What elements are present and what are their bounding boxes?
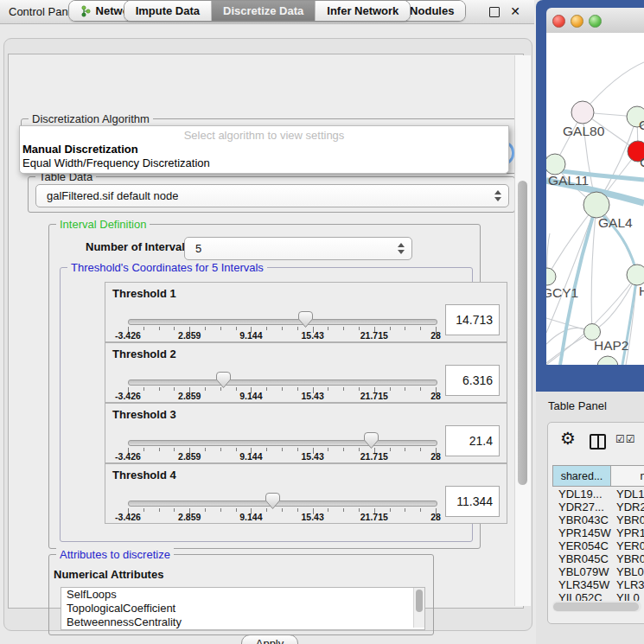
table-row[interactable]: YDL19...YDL1 xyxy=(552,488,644,501)
tick-mark xyxy=(266,448,267,451)
tab-label: Discretize Data xyxy=(223,4,303,17)
threshold-value-field[interactable]: 6.316 xyxy=(445,365,500,396)
split-columns-icon[interactable] xyxy=(590,434,606,450)
threshold-value-field[interactable]: 14.713 xyxy=(445,304,500,335)
tick-label: 28 xyxy=(430,512,441,522)
cell-name: YDL1 xyxy=(611,488,644,501)
slider-thumb[interactable] xyxy=(265,493,280,509)
tick-mark xyxy=(143,508,144,512)
numerical-attributes-list[interactable]: SelfLoopsTopologicalCoefficientBetweenne… xyxy=(61,587,425,630)
tick-label: 9.144 xyxy=(239,451,262,462)
cell-name: YPR1 xyxy=(611,526,644,539)
slider-thumb[interactable] xyxy=(216,372,231,388)
tick-mark xyxy=(343,508,344,512)
table-row[interactable]: YBR043CYBR0 xyxy=(552,513,644,526)
tick-mark xyxy=(420,387,421,391)
table-row[interactable]: YBR045CYBR0 xyxy=(552,552,644,565)
dropdown-option-manual-discretization[interactable]: Manual Discretization xyxy=(20,143,508,156)
node-gcy1[interactable] xyxy=(546,268,556,285)
cell-name: YBR0 xyxy=(611,552,644,565)
list-scrollbar[interactable] xyxy=(413,588,424,628)
tick-mark xyxy=(328,508,328,512)
slider-track[interactable] xyxy=(128,501,437,507)
select-columns-icon[interactable]: ☑☑ xyxy=(615,433,636,445)
apply-button[interactable]: Apply xyxy=(241,634,298,644)
zoom-traffic-light[interactable] xyxy=(589,15,602,28)
slider-thumb[interactable] xyxy=(298,311,313,328)
table-row[interactable]: YLR345WYLR3 xyxy=(552,578,644,591)
table-data-selected-value: galFiltered.sif default node xyxy=(36,189,178,202)
node-bottom-partial[interactable] xyxy=(597,356,618,365)
tick-mark xyxy=(236,327,237,330)
tick-mark xyxy=(282,327,283,330)
tick-mark xyxy=(390,448,391,451)
table-row[interactable]: YER054CYER0 xyxy=(552,539,644,552)
tick-mark xyxy=(174,448,175,451)
tick-mark xyxy=(405,327,405,330)
tick-mark xyxy=(174,508,175,512)
table-data-combobox[interactable]: galFiltered.sif default node xyxy=(35,184,509,207)
node-gal11[interactable] xyxy=(546,154,565,175)
combo-stepper-icon xyxy=(494,190,508,201)
tick-label: -3.426 xyxy=(115,391,141,401)
cell-name: YDR2 xyxy=(611,501,644,513)
table-row[interactable]: YDR27...YDR2 xyxy=(552,501,644,513)
tick-mark xyxy=(220,448,221,451)
tick-mark xyxy=(297,387,298,391)
tab-infer-network[interactable]: Infer Network xyxy=(315,1,410,21)
network-view-window: GAL80 G C GAL11 GAL4 GCY1 H HAP2 xyxy=(536,0,644,392)
table-horizontal-scrollbar[interactable] xyxy=(552,601,641,612)
tick-label: -3.426 xyxy=(115,512,141,522)
node-table-panel: ⚙ ☑☑ shared... na YDL19...YDL1YDR27...YD… xyxy=(547,422,644,624)
threshold-value-field[interactable]: 21.4 xyxy=(445,425,500,456)
column-header[interactable]: shared... xyxy=(552,465,611,487)
interval-definition-title: Interval Definition xyxy=(56,218,150,231)
threshold-panel-3: Threshold 3-3.4262.8599.14415.4321.71528… xyxy=(105,403,507,463)
network-canvas[interactable]: GAL80 G C GAL11 GAL4 GCY1 H HAP2 xyxy=(546,33,644,365)
tick-mark xyxy=(174,387,175,391)
threshold-label: Threshold 4 xyxy=(112,469,176,481)
node-label: GAL11 xyxy=(548,173,589,188)
cell-shared-name: YLR345W xyxy=(552,578,611,591)
cell-shared-name: YBR045C xyxy=(552,552,611,565)
node-gal80[interactable] xyxy=(571,101,594,124)
network-window-titlebar[interactable] xyxy=(546,8,644,34)
minimize-traffic-light[interactable] xyxy=(571,15,583,28)
node-h[interactable] xyxy=(627,265,644,285)
cell-name: YBL0 xyxy=(611,565,644,578)
attribute-item-selfloops[interactable]: SelfLoops xyxy=(61,588,424,602)
tab-impute-data[interactable]: Impute Data xyxy=(124,1,211,21)
tick-mark xyxy=(282,448,283,451)
cell-shared-name: YDR27... xyxy=(552,501,611,513)
tick-mark xyxy=(297,327,298,330)
column-header[interactable]: na xyxy=(611,465,644,487)
dropdown-option-equal-width-frequency-discretization[interactable]: Equal Width/Frequency Discretization xyxy=(20,156,508,170)
tick-mark xyxy=(236,387,237,391)
tick-label: 2.859 xyxy=(178,330,201,341)
cell-shared-name: YPR145W xyxy=(552,526,611,539)
tick-mark xyxy=(420,327,421,330)
node-label: GAL4 xyxy=(598,215,633,230)
slider-track[interactable] xyxy=(128,319,437,325)
panel-vertical-scrollbar[interactable] xyxy=(514,55,531,606)
slider-track[interactable] xyxy=(128,379,437,386)
attribute-item-topologicalcoefficient[interactable]: TopologicalCoefficient xyxy=(61,602,424,615)
tick-mark xyxy=(205,327,206,330)
close-traffic-light[interactable] xyxy=(552,15,565,28)
num-intervals-combobox[interactable]: 5 xyxy=(184,237,412,260)
tick-label: 21.715 xyxy=(360,451,388,462)
interval-definition-groupbox: Interval Definition Number of Intervals … xyxy=(48,224,481,549)
tab-discretize-data[interactable]: Discretize Data xyxy=(211,1,315,21)
gear-icon[interactable]: ⚙ xyxy=(560,430,576,447)
attribute-item-betweennesscentrality[interactable]: BetweennessCentrality xyxy=(61,615,424,629)
table-row[interactable]: YPR145WYPR1 xyxy=(552,526,644,539)
slider-track[interactable] xyxy=(128,440,437,446)
node-gal4[interactable] xyxy=(583,192,609,218)
slider-thumb[interactable] xyxy=(364,432,379,449)
tick-mark xyxy=(220,327,221,330)
threshold-value-field[interactable]: 11.344 xyxy=(445,486,500,517)
table-row[interactable]: YBL079WYBL0 xyxy=(552,565,644,578)
tick-mark xyxy=(220,387,221,391)
tick-label: 21.715 xyxy=(360,330,388,341)
tick-mark xyxy=(297,448,298,451)
